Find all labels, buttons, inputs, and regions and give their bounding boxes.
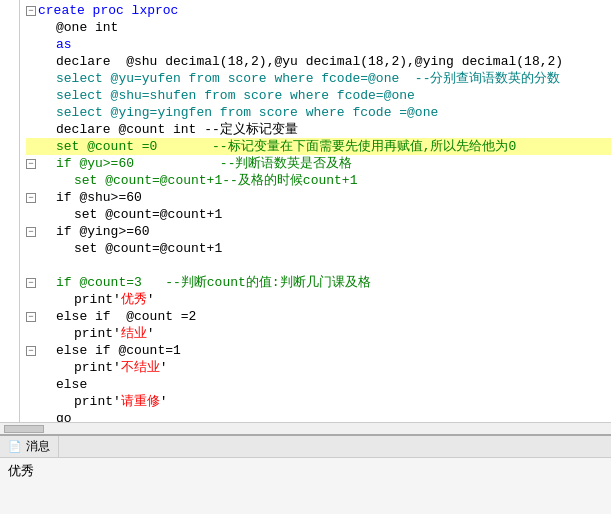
line-number xyxy=(2,189,15,206)
table-row: select @yu=yufen from score where fcode=… xyxy=(26,70,611,87)
table-row: print'优秀' xyxy=(26,291,611,308)
table-row: print'请重修' xyxy=(26,393,611,410)
line-number xyxy=(2,393,15,410)
code-token: create proc lxproc xyxy=(38,2,178,19)
output-text: 优秀 xyxy=(8,464,34,479)
table-row: as xyxy=(26,36,611,53)
line-number xyxy=(2,36,15,53)
code-token: select @shu=shufen from score where fcod… xyxy=(56,87,415,104)
line-number xyxy=(2,19,15,36)
table-row: print'不结业' xyxy=(26,359,611,376)
line-number xyxy=(2,291,15,308)
code-area: −create proc lxproc@one intasdeclare @sh… xyxy=(0,0,611,434)
table-row: set @count=@count+1--及格的时候count+1 xyxy=(26,172,611,189)
line-number xyxy=(2,240,15,257)
code-token: print' xyxy=(74,393,121,410)
table-row: print'结业' xyxy=(26,325,611,342)
messages-tab-label: 消息 xyxy=(26,438,50,455)
bottom-content: 优秀 xyxy=(0,458,611,514)
line-number xyxy=(2,104,15,121)
table-row: else xyxy=(26,376,611,393)
code-token: as xyxy=(56,36,72,53)
line-number xyxy=(2,155,15,172)
code-token: else if @count =2 xyxy=(56,308,196,325)
code-token: select @ying=yingfen from score where fc… xyxy=(56,104,438,121)
table-row: declare @count int --定义标记变量 xyxy=(26,121,611,138)
fold-icon[interactable]: − xyxy=(26,6,36,16)
code-token: ' xyxy=(160,393,168,410)
line-number xyxy=(2,53,15,70)
line-number xyxy=(2,223,15,240)
table-row: go xyxy=(26,410,611,422)
code-token: @one int xyxy=(56,19,118,36)
fold-icon[interactable]: − xyxy=(26,346,36,356)
table-row: set @count =0 --标记变量在下面需要先使用再赋值,所以先给他为0 xyxy=(26,138,611,155)
bottom-tabs: 📄 消息 xyxy=(0,436,611,458)
line-number xyxy=(2,206,15,223)
table-row: select @shu=shufen from score where fcod… xyxy=(26,87,611,104)
table-row: −if @shu>=60 xyxy=(26,189,611,206)
messages-tab[interactable]: 📄 消息 xyxy=(0,436,59,457)
line-number xyxy=(2,342,15,359)
code-token: else if @count=1 xyxy=(56,342,181,359)
fold-icon[interactable]: − xyxy=(26,312,36,322)
code-token: print' xyxy=(74,291,121,308)
fold-icon[interactable]: − xyxy=(26,227,36,237)
table-row: −if @count=3 --判断count的值:判断几门课及格 xyxy=(26,274,611,291)
line-number xyxy=(2,308,15,325)
line-number xyxy=(2,410,15,422)
line-number xyxy=(2,87,15,104)
code-token: declare @count int --定义标记变量 xyxy=(56,121,298,138)
horizontal-scrollbar[interactable] xyxy=(0,422,611,434)
line-number xyxy=(2,121,15,138)
code-token: ' xyxy=(160,359,168,376)
code-token: if @ying>=60 xyxy=(56,223,150,240)
main-container: −create proc lxproc@one intasdeclare @sh… xyxy=(0,0,611,514)
line-number xyxy=(2,274,15,291)
code-token: print' xyxy=(74,325,121,342)
code-token: set @count=@count+1 xyxy=(74,240,222,257)
code-token: else xyxy=(56,376,87,393)
table-row: −else if @count =2 xyxy=(26,308,611,325)
code-token: set @count =0 --标记变量在下面需要先使用再赋值,所以先给他为0 xyxy=(56,138,516,155)
table-row xyxy=(26,257,611,274)
code-token: if @shu>=60 xyxy=(56,189,142,206)
fold-icon[interactable]: − xyxy=(26,278,36,288)
line-numbers xyxy=(0,0,20,422)
code-scroll[interactable]: −create proc lxproc@one intasdeclare @sh… xyxy=(0,0,611,422)
code-token: select @yu=yufen from score where fcode=… xyxy=(56,70,560,87)
code-token: 结业 xyxy=(121,325,147,342)
table-row: @one int xyxy=(26,19,611,36)
bottom-panel: 📄 消息 优秀 xyxy=(0,434,611,514)
code-token: 请重修 xyxy=(121,393,160,410)
code-token: 不结业 xyxy=(121,359,160,376)
table-row: −create proc lxproc xyxy=(26,2,611,19)
table-row: declare @shu decimal(18,2),@yu decimal(1… xyxy=(26,53,611,70)
table-row: set @count=@count+1 xyxy=(26,206,611,223)
line-number xyxy=(2,325,15,342)
table-row: select @ying=yingfen from score where fc… xyxy=(26,104,611,121)
code-token: go xyxy=(56,410,72,422)
line-number xyxy=(2,70,15,87)
line-number xyxy=(2,376,15,393)
code-token: ' xyxy=(147,291,155,308)
code-token: if @yu>=60 --判断语数英是否及格 xyxy=(56,155,352,172)
code-content[interactable]: −create proc lxproc@one intasdeclare @sh… xyxy=(20,0,611,422)
table-row: −else if @count=1 xyxy=(26,342,611,359)
code-token: set @count=@count+1 xyxy=(74,206,222,223)
code-token: ' xyxy=(147,325,155,342)
messages-tab-icon: 📄 xyxy=(8,440,22,453)
line-number xyxy=(2,138,15,155)
table-row: −if @yu>=60 --判断语数英是否及格 xyxy=(26,155,611,172)
line-number xyxy=(2,359,15,376)
code-token: 优秀 xyxy=(121,291,147,308)
code-token: declare @shu decimal(18,2),@yu decimal(1… xyxy=(56,53,563,70)
fold-icon[interactable]: − xyxy=(26,159,36,169)
line-number xyxy=(2,2,15,19)
scrollbar-thumb[interactable] xyxy=(4,425,44,433)
fold-icon[interactable]: − xyxy=(26,193,36,203)
code-token: if @count=3 --判断count的值:判断几门课及格 xyxy=(56,274,371,291)
table-row: −if @ying>=60 xyxy=(26,223,611,240)
code-token: print' xyxy=(74,359,121,376)
table-row: set @count=@count+1 xyxy=(26,240,611,257)
